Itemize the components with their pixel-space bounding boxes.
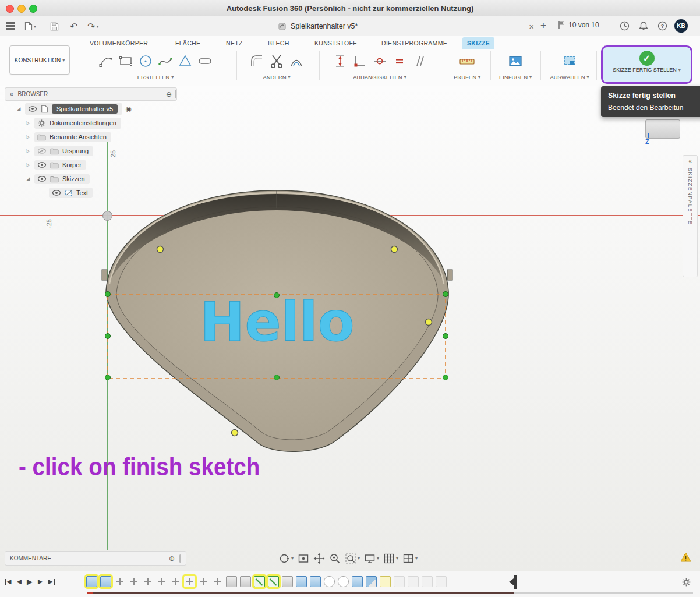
tab-volumenkoerper[interactable]: VOLUMENKÖRPER	[85, 37, 153, 49]
maximize-window-button[interactable]	[29, 5, 37, 13]
tree-expanded-icon[interactable]: ◢	[24, 176, 31, 182]
horizontal-vertical-constraint-icon[interactable]	[352, 54, 367, 69]
tree-row-koerper[interactable]: ▷ Körper	[24, 159, 177, 171]
timeline-playhead[interactable]	[509, 575, 517, 589]
dimension-tool-icon[interactable]	[333, 54, 348, 69]
app-grid-icon[interactable]	[6, 20, 15, 33]
timeline-feature-pending[interactable]	[380, 576, 391, 587]
tree-item-label[interactable]: Ursprung	[62, 147, 89, 154]
visibility-eye-icon[interactable]	[52, 190, 61, 196]
tab-skizze[interactable]: SKIZZE	[462, 37, 494, 49]
expand-panel-icon[interactable]: «	[683, 158, 697, 164]
tab-kunststoff[interactable]: KUNSTSTOFF	[310, 37, 362, 49]
tree-item-label[interactable]: Skizzen	[62, 175, 85, 182]
tree-row-root[interactable]: ◢ Spielkartenhalter v5 ◉	[15, 103, 177, 115]
konstruktion-dropdown[interactable]: KONSTRUKTION ▾	[9, 45, 70, 75]
browser-scrollbar[interactable]	[175, 90, 176, 98]
line-tool-icon[interactable]	[98, 54, 114, 69]
viewcube[interactable]	[645, 119, 680, 139]
spline-tool-icon[interactable]	[158, 54, 173, 69]
finish-sketch-button[interactable]: ✓ SKIZZE FERTIG STELLEN▾	[601, 45, 692, 84]
card-holder-model[interactable]: Hello	[86, 172, 471, 469]
skip-to-start-button[interactable]: ◀	[5, 578, 11, 585]
add-comment-icon[interactable]: ⊕	[169, 554, 175, 563]
user-avatar[interactable]: KB	[674, 19, 688, 33]
select-tool-icon[interactable]	[562, 54, 577, 69]
step-back-button[interactable]: ◀	[16, 578, 21, 585]
timeline-feature-move[interactable]	[198, 576, 209, 587]
timeline-feature-move[interactable]	[156, 576, 167, 587]
group-label-abhaengigkeiten[interactable]: ABHÄNGIGKEITEN▾	[321, 74, 438, 80]
tree-item-label[interactable]: Dokumenteinstellungen	[50, 119, 116, 126]
timeline-feature-extrude[interactable]	[282, 576, 293, 587]
visibility-eye-icon[interactable]	[28, 106, 37, 112]
rectangle-tool-icon[interactable]	[118, 54, 133, 69]
tree-item-label[interactable]: Text	[76, 189, 88, 196]
file-menu-button[interactable]: ▾	[24, 20, 36, 33]
step-forward-button[interactable]: ▶	[38, 578, 43, 585]
minimize-window-button[interactable]	[17, 5, 26, 13]
polygon-tool-icon[interactable]	[178, 54, 193, 69]
play-button[interactable]: ▶	[27, 577, 33, 586]
fillet-tool-icon[interactable]	[249, 54, 264, 69]
group-label-auswaehlen[interactable]: AUSWÄHLEN▾	[544, 74, 595, 80]
close-tab-icon[interactable]: ×	[529, 22, 534, 31]
timeline-feature-extrude[interactable]	[310, 576, 321, 587]
timeline-feature-extrude[interactable]	[226, 576, 237, 587]
timeline-feature-fillet[interactable]	[324, 576, 335, 587]
tree-row-dokumenteinstellungen[interactable]: ▷ Dokumenteinstellungen	[24, 117, 177, 129]
timeline-feature-combine[interactable]	[366, 576, 377, 587]
timeline-feature-suppressed[interactable]	[408, 576, 419, 587]
browser-minus-icon[interactable]: ⊖	[166, 90, 172, 98]
tab-netz[interactable]: NETZ	[221, 37, 248, 49]
group-label-erstellen[interactable]: ERSTELLEN▾	[77, 74, 234, 80]
pan-icon[interactable]	[313, 553, 325, 564]
visibility-eye-icon[interactable]	[37, 162, 47, 168]
offset-tool-icon[interactable]	[289, 54, 304, 69]
tree-row-benannte-ansichten[interactable]: ▷ Benannte Ansichten	[24, 131, 177, 143]
visibility-eye-icon[interactable]	[37, 176, 47, 182]
timeline-feature-fillet[interactable]	[338, 576, 349, 587]
grid-settings-icon[interactable]: ▾	[383, 553, 398, 564]
close-window-button[interactable]	[6, 5, 14, 13]
tree-item-label[interactable]: Benannte Ansichten	[50, 133, 107, 140]
timeline-feature-move[interactable]	[170, 576, 181, 587]
collapse-browser-icon[interactable]: «	[10, 91, 13, 97]
timeline-feature-move-selected[interactable]	[184, 576, 195, 587]
timeline-settings-gear-icon[interactable]	[681, 577, 691, 589]
save-button[interactable]	[50, 20, 59, 33]
look-at-icon[interactable]	[298, 553, 309, 564]
comments-bar[interactable]: KOMMENTARE ⊕	[5, 551, 186, 566]
timeline-track[interactable]	[87, 592, 514, 594]
browser-header[interactable]: « BROWSER ⊖	[5, 87, 177, 101]
timeline-feature-suppressed[interactable]	[422, 576, 433, 587]
tree-expanded-icon[interactable]: ◢	[15, 106, 22, 112]
tab-dienstprogramme[interactable]: DIENSTPROGRAMME	[377, 37, 452, 49]
timeline-feature-move[interactable]	[142, 576, 153, 587]
tree-collapsed-icon[interactable]: ▷	[24, 134, 31, 140]
sketch-palette-collapsed[interactable]: « SKIZZENPALETTE	[683, 155, 698, 277]
tree-collapsed-icon[interactable]: ▷	[24, 148, 31, 154]
tree-item-label[interactable]: Körper	[62, 161, 82, 168]
timeline-feature-shell[interactable]	[352, 576, 363, 587]
zoom-fit-icon[interactable]: ▾	[345, 553, 360, 564]
warning-icon[interactable]	[680, 552, 691, 564]
visibility-off-eye-icon[interactable]	[37, 148, 47, 154]
tree-collapsed-icon[interactable]: ▷	[24, 162, 31, 168]
equal-constraint-icon[interactable]	[392, 54, 407, 69]
orbit-icon[interactable]: ▾	[278, 553, 294, 564]
coincident-constraint-icon[interactable]	[372, 54, 387, 69]
display-settings-icon[interactable]: ▾	[364, 553, 379, 564]
tree-row-text-sketch[interactable]: Text	[49, 187, 177, 199]
new-tab-button[interactable]: +	[540, 20, 546, 31]
tree-item-root-label[interactable]: Spielkartenhalter v5	[52, 104, 118, 114]
timeline-feature-extrude[interactable]	[240, 576, 251, 587]
timeline-feature-sketch[interactable]	[100, 576, 111, 587]
timeline-track-remaining[interactable]	[514, 592, 693, 594]
sketch-text-hello[interactable]: Hello	[200, 291, 355, 354]
group-label-aendern[interactable]: ÄNDERN▾	[239, 74, 314, 80]
redo-button[interactable]: ↷▾	[87, 20, 98, 33]
viewports-icon[interactable]: ▾	[402, 553, 418, 564]
comments-scrollbar[interactable]	[179, 554, 181, 563]
measure-tool-icon[interactable]	[459, 54, 475, 69]
